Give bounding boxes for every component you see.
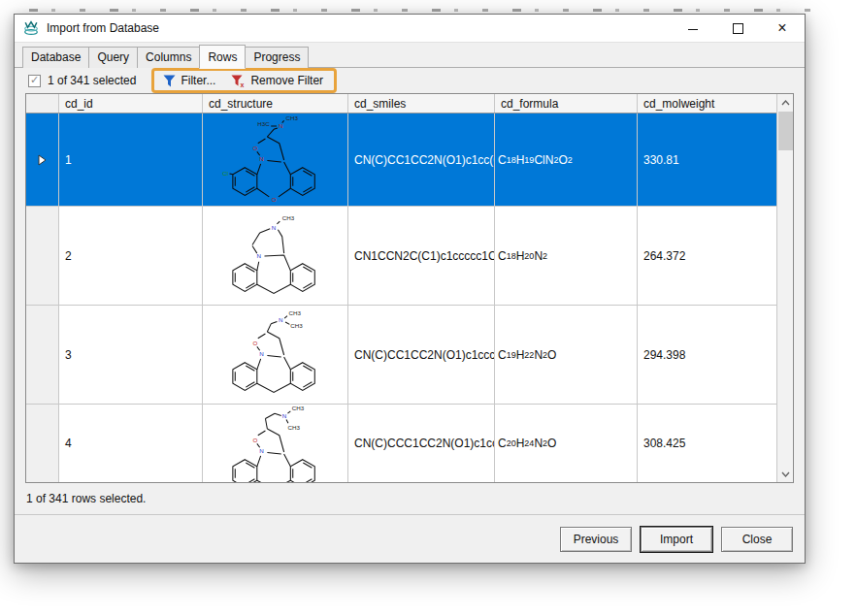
cell-cd-formula[interactable]: C18H19ClN2O2 (495, 113, 638, 206)
status-bar: 1 of 341 rows selected. (15, 483, 805, 515)
chevron-down-icon (781, 471, 790, 477)
svg-text:CH3: CH3 (281, 213, 294, 220)
grid-body: 1 O N O (26, 113, 776, 482)
close-button[interactable]: × (760, 15, 805, 42)
cell-cd-formula[interactable]: C19H22N2O (495, 306, 638, 404)
svg-text:N: N (271, 223, 276, 230)
previous-button[interactable]: Previous (560, 527, 632, 552)
tab-database[interactable]: Database (22, 47, 89, 68)
scroll-down-button[interactable] (777, 466, 793, 482)
svg-text:N: N (279, 121, 283, 128)
cell-cd-molweight[interactable]: 264.372 (638, 207, 776, 305)
row-header-cell[interactable] (26, 405, 59, 482)
column-header-cd-molweight[interactable]: cd_molweight (638, 94, 776, 113)
chevron-up-icon (781, 100, 790, 106)
cell-cd-structure[interactable]: N O N CH3 CH3 (203, 405, 348, 482)
cell-cd-smiles[interactable]: CN1CCN2C(C1)c1ccccc1Cc... (348, 207, 495, 305)
cell-cd-formula[interactable]: C20H24N2O (495, 405, 638, 482)
close-icon: × (777, 20, 786, 36)
dialog-footer: Previous Import Close (15, 515, 805, 563)
svg-text:N: N (259, 349, 264, 356)
cell-cd-structure[interactable]: N O N CH3 CH3 (203, 306, 348, 404)
column-header-cd-structure[interactable]: cd_structure (203, 94, 348, 113)
cell-cd-id[interactable]: 2 (59, 207, 203, 305)
scrollbar-thumb[interactable] (778, 112, 793, 150)
svg-text:CH3: CH3 (287, 424, 300, 431)
cell-cd-molweight[interactable]: 294.398 (638, 306, 776, 404)
filter-button[interactable]: Filter... (163, 74, 215, 87)
maximize-icon (733, 23, 743, 34)
column-header-cd-formula[interactable]: cd_formula (495, 94, 638, 113)
cell-cd-structure[interactable]: O N O N CH3 H3C Cl (203, 113, 348, 206)
row-header-cell[interactable] (26, 306, 59, 404)
remove-filter-button-label: Remove Filter (250, 74, 323, 87)
current-row-arrow-icon (38, 154, 47, 166)
close-dialog-button[interactable]: Close (721, 527, 793, 552)
tab-columns[interactable]: Columns (137, 47, 200, 68)
svg-text:CH3: CH3 (288, 309, 301, 316)
svg-text:O: O (252, 437, 257, 443)
background-text-remnant (29, 9, 827, 12)
svg-text:x: x (241, 81, 245, 86)
table-row[interactable]: 1 O N O (26, 113, 776, 207)
cell-cd-smiles[interactable]: CN(C)CCC1CC2N(O1)c1cc... (348, 405, 495, 482)
grid-columns-area: cd_id cd_structure cd_smiles cd_formula … (26, 94, 776, 482)
vertical-scrollbar[interactable] (776, 94, 793, 482)
rows-toolbar: ✓ 1 of 341 selected Filter... x Remove F… (15, 68, 805, 93)
minimize-icon (688, 29, 698, 30)
cell-cd-id[interactable]: 4 (59, 405, 203, 482)
table-row[interactable]: 4 N O N CH3 (26, 405, 776, 482)
svg-text:N: N (256, 252, 261, 259)
filter-icon (163, 75, 176, 87)
cell-cd-smiles[interactable]: CN(C)CC1CC2N(O1)c1cc(C... (348, 113, 495, 206)
select-all-checkbox[interactable]: ✓ (28, 75, 41, 87)
cell-cd-smiles[interactable]: CN(C)CC1CC2N(O1)c1cccc... (348, 306, 495, 404)
table-row[interactable]: 2 N N CH3 (26, 207, 776, 306)
column-header-cd-smiles[interactable]: cd_smiles (348, 94, 495, 113)
molecule-structure: N N CH3 (204, 211, 347, 302)
cell-cd-structure[interactable]: N N CH3 (203, 207, 348, 305)
cell-cd-id[interactable]: 1 (59, 113, 203, 206)
maximize-button[interactable] (715, 15, 760, 42)
grid-header: cd_id cd_structure cd_smiles cd_formula … (26, 94, 776, 113)
minimize-button[interactable] (671, 15, 715, 42)
remove-filter-button[interactable]: x Remove Filter (231, 74, 323, 87)
svg-text:O: O (252, 144, 257, 150)
cell-cd-molweight[interactable]: 308.425 (638, 405, 776, 482)
cell-cd-formula[interactable]: C18H20N2 (495, 207, 638, 305)
svg-text:N: N (259, 154, 264, 161)
svg-text:N: N (259, 447, 264, 454)
grid-corner-cell[interactable] (26, 94, 59, 113)
svg-text:O: O (271, 195, 276, 202)
status-text: 1 of 341 rows selected. (26, 492, 146, 505)
import-button[interactable]: Import (641, 527, 712, 552)
row-header-cell[interactable] (26, 113, 59, 206)
window-controls: × (671, 15, 805, 42)
molecule-structure: N O N CH3 CH3 (204, 309, 347, 401)
app-icon (23, 20, 40, 36)
svg-text:N: N (281, 412, 286, 419)
svg-text:N: N (279, 315, 283, 322)
column-header-cd-id[interactable]: cd_id (59, 94, 203, 113)
molecule-structure: O N O N CH3 H3C Cl (204, 114, 347, 206)
cell-cd-id[interactable]: 3 (59, 306, 203, 404)
cell-cd-molweight[interactable]: 330.81 (638, 113, 776, 206)
tab-rows[interactable]: Rows (199, 45, 246, 69)
filter-highlight-box: Filter... x Remove Filter (151, 68, 337, 93)
molecule-structure: N O N CH3 CH3 (204, 406, 347, 482)
tab-query[interactable]: Query (88, 47, 138, 68)
svg-text:CH3: CH3 (285, 114, 298, 121)
svg-text:CH3: CH3 (291, 406, 304, 411)
tab-progress[interactable]: Progress (245, 47, 309, 68)
svg-text:O: O (252, 339, 257, 345)
scroll-up-button[interactable] (777, 94, 793, 111)
remove-filter-icon: x (231, 75, 246, 87)
row-header-cell[interactable] (26, 207, 59, 305)
import-from-database-dialog: Import from Database × Database Query Co… (14, 14, 806, 564)
table-row[interactable]: 3 N O N CH3 (26, 306, 776, 405)
filter-button-label: Filter... (181, 74, 215, 87)
results-grid: cd_id cd_structure cd_smiles cd_formula … (25, 93, 794, 483)
title-bar[interactable]: Import from Database × (15, 15, 805, 43)
selected-count-label: 1 of 341 selected (48, 74, 136, 87)
svg-text:CH3: CH3 (290, 321, 303, 328)
